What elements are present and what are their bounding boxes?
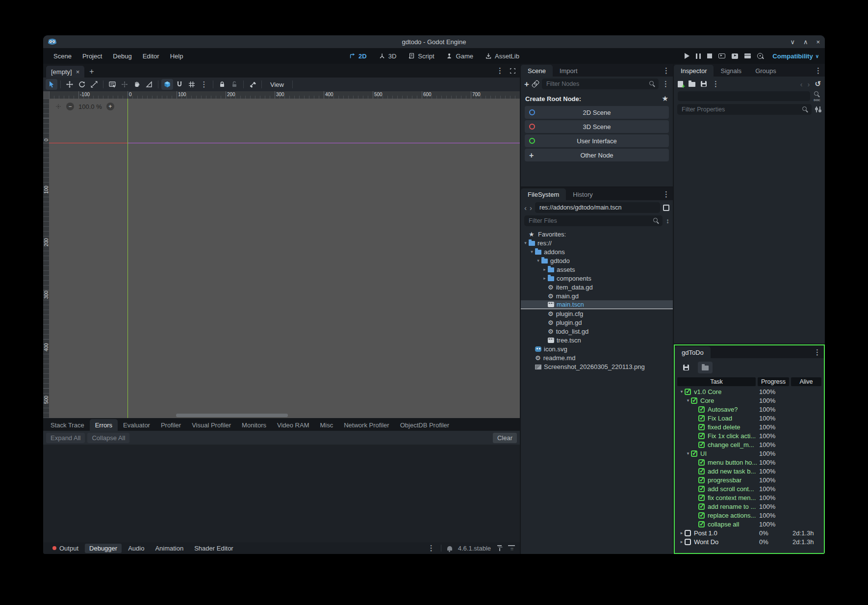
filter-properties-input[interactable] (677, 104, 812, 115)
history-back-icon[interactable]: ‹ (800, 80, 802, 88)
task-checkbox[interactable] (685, 539, 691, 545)
workspace-script[interactable]: Script (408, 53, 434, 60)
file-tree-item[interactable]: item_data.gd (521, 283, 673, 291)
task-checkbox[interactable] (691, 397, 697, 404)
debugger-tab[interactable]: Evaluator (118, 419, 155, 431)
scale-tool-button[interactable] (88, 79, 100, 90)
movie-maker-button[interactable] (757, 53, 763, 59)
snap-options-menu[interactable] (198, 79, 210, 90)
root-option-button[interactable]: 2D Scene (525, 106, 669, 119)
workspace-game[interactable]: Game (446, 53, 473, 60)
filter-nodes-input[interactable] (542, 79, 659, 89)
task-row[interactable]: ▾ UI 100% (675, 449, 824, 458)
menu-item[interactable]: Scene (49, 51, 76, 61)
instantiate-scene-icon[interactable] (531, 79, 540, 88)
bottom-panel-button[interactable]: Shader Editor (190, 544, 238, 553)
debugger-tab[interactable]: Network Profiler (338, 419, 394, 431)
task-row[interactable]: add rename to ... 100% (675, 502, 824, 511)
debugger-tab[interactable]: Profiler (155, 419, 186, 431)
file-tree-item[interactable]: Screenshot_20260305_220113.png (521, 362, 673, 371)
select-tool-button[interactable] (46, 79, 57, 90)
file-tree-item[interactable]: ▾ res:// (521, 238, 673, 247)
center-view-icon[interactable] (55, 103, 62, 110)
file-tree-item[interactable]: ▾ gdtodo (521, 256, 673, 265)
stop-button[interactable] (707, 53, 712, 58)
dock-menu-icon[interactable] (663, 190, 670, 199)
notifications-bell-icon[interactable] (447, 546, 452, 551)
task-row[interactable]: replace actions... 100% (675, 511, 824, 520)
file-tree-item[interactable]: readme.md (521, 353, 673, 362)
expand-all-button[interactable]: Expand All (46, 433, 85, 443)
workspace-3d[interactable]: 3D (379, 53, 397, 60)
expand-arrow[interactable]: ▾ (529, 249, 535, 254)
task-checkbox[interactable] (698, 477, 705, 483)
scene-tab-empty[interactable]: [empty] × (46, 66, 84, 78)
horizontal-scrollbar[interactable] (176, 414, 288, 417)
play-button[interactable] (685, 53, 689, 59)
debugger-tab[interactable]: Video RAM (272, 419, 315, 431)
debugger-tab[interactable]: ObjectDB Profiler (395, 419, 455, 431)
load-tasks-button[interactable] (698, 362, 713, 373)
task-checkbox[interactable] (698, 503, 705, 510)
task-checkbox[interactable] (685, 530, 691, 536)
zoom-out-button[interactable]: − (66, 103, 74, 110)
history-forward-icon[interactable]: › (807, 80, 810, 88)
pan-tool-button[interactable] (131, 79, 143, 90)
expand-arrow[interactable]: ▾ (685, 451, 691, 456)
canvas-viewport[interactable]: -1000100200300400500600700 0100200300400… (43, 91, 520, 418)
file-tree-item[interactable]: Favorites: (521, 230, 673, 238)
column-header[interactable]: Task (677, 377, 756, 386)
column-header[interactable]: Progress (758, 377, 789, 386)
dock-tab[interactable]: Import (553, 65, 585, 77)
add-node-icon[interactable]: + (524, 80, 529, 88)
dock-tab[interactable]: History (566, 188, 599, 200)
sort-files-icon[interactable] (666, 217, 669, 225)
bottom-panel-button[interactable]: Animation (151, 544, 188, 553)
column-header[interactable]: Alive (791, 377, 821, 386)
show-grid-button[interactable] (186, 79, 198, 90)
dock-tab[interactable]: Scene (521, 65, 553, 77)
file-tree-item[interactable]: plugin.cfg (521, 309, 673, 318)
list-select-tool-button[interactable] (106, 79, 118, 90)
dock-tab[interactable]: FileSystem (521, 188, 566, 200)
task-row[interactable]: progressbar 100% (675, 475, 824, 484)
task-row[interactable]: Autosave? 100% (675, 405, 824, 414)
task-checkbox[interactable] (698, 442, 705, 448)
load-resource-icon[interactable] (689, 82, 695, 87)
remote-debug-button[interactable] (718, 53, 725, 58)
task-checkbox[interactable] (691, 450, 697, 457)
pause-button[interactable] (696, 53, 701, 59)
file-tree-item[interactable]: ▸ assets (521, 265, 673, 274)
expand-arrow[interactable]: ▾ (679, 389, 685, 394)
bottom-bar-menu-icon[interactable] (428, 544, 435, 552)
save-tasks-button[interactable] (679, 362, 693, 373)
task-row[interactable]: ▸ Wont Do 0% 2d:1.3h (675, 537, 824, 546)
task-row[interactable]: change cell_m... 100% (675, 440, 824, 449)
menu-item[interactable]: Debug (108, 51, 136, 61)
task-row[interactable]: add scroll cont... 100% (675, 484, 824, 493)
file-tree-item[interactable]: icon.svg (521, 344, 673, 353)
clear-button[interactable]: Clear (493, 433, 517, 443)
move-tool-button[interactable] (64, 79, 76, 90)
task-row[interactable]: ▸ Post 1.0 0% 2d:1.3h (675, 528, 824, 537)
task-row[interactable]: fixed delete 100% (675, 422, 824, 431)
resource-name-field[interactable] (678, 91, 810, 101)
dock-menu-icon[interactable] (815, 66, 822, 75)
task-row[interactable]: Fix 1x click acti... 100% (675, 431, 824, 440)
collapse-all-button[interactable]: Collapse All (87, 433, 129, 443)
skeleton-options-button[interactable] (247, 79, 258, 90)
rotate-tool-button[interactable] (76, 79, 88, 90)
task-row[interactable]: ▾ Core 100% (675, 396, 824, 405)
filter-files-input[interactable] (524, 215, 663, 226)
dock-menu-icon[interactable] (814, 348, 821, 357)
view-menu-button[interactable]: View (265, 80, 289, 89)
lock-button[interactable] (216, 79, 228, 90)
file-tree-item[interactable]: tree.tscn (521, 336, 673, 344)
bottom-panel-button[interactable]: Debugger (85, 544, 122, 553)
nav-back-icon[interactable]: ‹ (524, 204, 527, 211)
root-option-button[interactable]: User Interface (525, 134, 669, 147)
task-row[interactable]: menu button ho... 100% (675, 458, 824, 467)
file-tree-item[interactable]: main.gd (521, 291, 673, 300)
debugger-tab[interactable]: Monitors (236, 419, 272, 431)
debugger-tab[interactable]: Visual Profiler (186, 419, 236, 431)
